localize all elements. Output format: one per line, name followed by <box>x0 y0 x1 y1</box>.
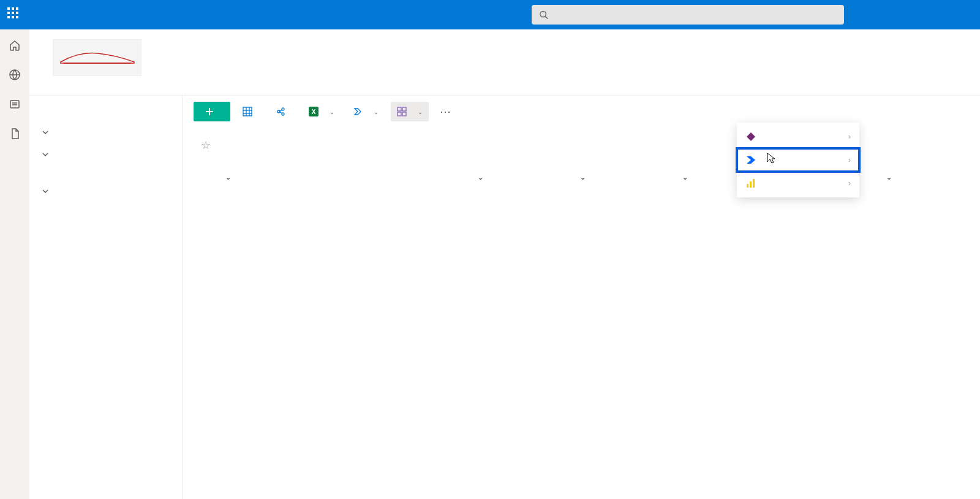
chevron-down-icon: ⌄ <box>682 173 688 181</box>
command-bar: X ⌄ ⌄ ⌄ ⋯ <box>183 96 980 128</box>
chevron-right-icon: › <box>848 156 851 164</box>
list-table: ⌄ ⌄ ⌄ ⌄ ⌄ ⌄ <box>183 166 980 190</box>
chevron-down-icon: ⌄ <box>886 173 892 181</box>
chevron-down-icon <box>42 188 49 195</box>
file-icon[interactable] <box>9 128 21 140</box>
power-apps-icon <box>745 131 756 142</box>
integrate-button[interactable]: ⌄ <box>391 102 429 121</box>
content-area: X ⌄ ⌄ ⌄ ⋯ <box>183 96 980 499</box>
svg-rect-20 <box>398 112 401 116</box>
svg-point-0 <box>540 11 546 17</box>
chevron-down-icon: ⌄ <box>330 109 334 115</box>
chevron-right-icon: › <box>848 179 851 188</box>
col-brand[interactable]: ⌄ <box>878 166 980 190</box>
svg-point-13 <box>282 108 284 110</box>
power-bi-icon <box>745 178 756 189</box>
svg-point-15 <box>282 113 284 115</box>
chevron-down-icon: ⌄ <box>418 109 423 115</box>
edit-grid-button[interactable] <box>236 102 263 121</box>
dropdown-power-automate[interactable]: › <box>737 148 859 172</box>
nav-lists[interactable] <box>29 180 182 202</box>
svg-line-1 <box>545 17 548 19</box>
home-icon[interactable] <box>9 39 21 51</box>
search-box[interactable] <box>532 5 844 25</box>
col-title[interactable]: ⌄ <box>183 166 469 190</box>
grid-icon <box>243 107 252 116</box>
svg-text:X: X <box>312 109 316 115</box>
nav-dept[interactable] <box>29 143 182 166</box>
cursor-icon <box>765 152 777 164</box>
automate-button[interactable]: ⌄ <box>347 102 385 121</box>
globe-icon[interactable] <box>9 69 21 81</box>
dropdown-power-apps[interactable]: › <box>737 125 859 148</box>
search-icon <box>539 10 548 20</box>
search-input[interactable] <box>556 10 837 20</box>
top-bar <box>0 0 980 29</box>
integrate-dropdown: › › › <box>737 123 859 197</box>
export-button[interactable]: X ⌄ <box>303 102 341 121</box>
chevron-down-icon: ⌄ <box>374 109 379 115</box>
app-launcher-icon[interactable] <box>7 7 22 22</box>
site-logo[interactable] <box>53 39 141 76</box>
news-icon[interactable] <box>9 98 21 110</box>
table-header-row: ⌄ ⌄ ⌄ ⌄ ⌄ ⌄ <box>183 166 980 190</box>
share-button[interactable] <box>270 102 296 121</box>
list-title-row: ☆ <box>183 128 980 166</box>
svg-rect-8 <box>243 107 252 116</box>
chevron-right-icon: › <box>848 132 851 141</box>
favorite-star-icon[interactable]: ☆ <box>201 139 211 152</box>
share-icon <box>276 107 285 116</box>
more-button[interactable]: ⋯ <box>435 105 456 118</box>
integrate-icon <box>397 107 407 116</box>
global-nav-rail <box>0 29 29 499</box>
svg-rect-24 <box>753 179 755 188</box>
chevron-down-icon: ⌄ <box>225 173 231 181</box>
chevron-down-icon: ⌄ <box>580 173 586 181</box>
new-button[interactable] <box>194 102 230 121</box>
nav-recycle[interactable] <box>29 232 182 246</box>
chevron-down-icon <box>42 129 49 136</box>
nav-shared[interactable] <box>29 166 182 180</box>
chevron-down-icon <box>42 151 49 158</box>
svg-rect-21 <box>402 112 406 116</box>
nav-home[interactable] <box>29 107 182 121</box>
svg-rect-18 <box>398 107 401 111</box>
col-first-name[interactable]: ⌄ <box>469 166 571 190</box>
dropdown-power-bi[interactable]: › <box>737 172 859 195</box>
svg-rect-19 <box>402 107 406 111</box>
left-nav <box>29 96 183 499</box>
excel-icon: X <box>309 107 318 116</box>
plus-icon <box>205 107 214 116</box>
nav-edit-link[interactable] <box>29 246 182 261</box>
automate-icon <box>353 107 363 116</box>
site-header <box>29 29 980 96</box>
nav-communication[interactable] <box>29 202 182 217</box>
svg-rect-23 <box>750 181 752 188</box>
svg-rect-22 <box>747 184 748 188</box>
svg-rect-3 <box>10 101 19 108</box>
power-automate-icon <box>745 154 756 166</box>
col-last-name[interactable]: ⌄ <box>571 166 674 190</box>
chevron-down-icon: ⌄ <box>478 173 483 181</box>
nav-calendar[interactable] <box>29 217 182 232</box>
nav-pages[interactable] <box>29 121 182 143</box>
list-table-wrap: ⌄ ⌄ ⌄ ⌄ ⌄ ⌄ <box>183 166 980 499</box>
